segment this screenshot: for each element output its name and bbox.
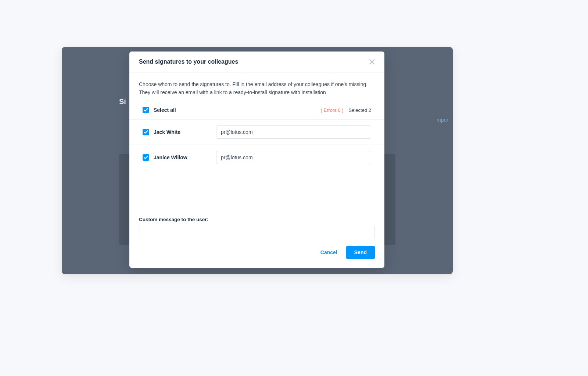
check-icon <box>144 108 148 112</box>
close-icon <box>369 59 374 64</box>
recipient-email-input[interactable] <box>216 151 371 164</box>
select-all-group: Select all <box>143 107 176 113</box>
selected-count: Selected 2 <box>349 107 371 113</box>
modal-title: Send signatures to your colleagues <box>139 58 238 65</box>
recipient-name: Janice Willow <box>154 155 212 160</box>
custom-message-label: Custom message to the user: <box>139 217 375 222</box>
cancel-button[interactable]: Cancel <box>320 249 337 255</box>
close-button[interactable] <box>368 58 376 65</box>
custom-message-input[interactable] <box>139 226 375 239</box>
modal-header: Send signatures to your colleagues <box>129 52 384 72</box>
recipient-name: Jack White <box>154 129 212 135</box>
select-all-label: Select all <box>154 107 176 113</box>
modal-description: Choose whom to send the signatures to. F… <box>139 81 375 96</box>
modal-body: Choose whom to send the signatures to. F… <box>129 72 384 239</box>
check-icon <box>144 130 148 134</box>
modal-footer: Cancel Send <box>129 239 384 268</box>
controls-row: Select all ( Errors 0 ) Selected 2 <box>139 107 375 119</box>
status-group: ( Errors 0 ) Selected 2 <box>320 107 371 113</box>
check-icon <box>144 156 148 159</box>
spacer <box>139 170 375 217</box>
select-all-checkbox[interactable] <box>143 107 149 113</box>
bg-tag-fragment: mpor <box>437 117 448 123</box>
recipient-row: Janice Willow <box>139 145 375 170</box>
send-button[interactable]: Send <box>346 246 375 259</box>
recipient-email-input[interactable] <box>216 125 371 139</box>
recipient-checkbox[interactable] <box>143 129 149 135</box>
recipient-row: Jack White <box>139 120 375 145</box>
send-signatures-modal: Send signatures to your colleagues Choos… <box>129 52 384 268</box>
recipient-checkbox[interactable] <box>143 154 149 161</box>
errors-count: ( Errors 0 ) <box>320 107 343 113</box>
app-window: Si mpor Send signatures to your colleagu… <box>62 47 453 274</box>
bg-text-fragment: Si <box>119 97 126 106</box>
